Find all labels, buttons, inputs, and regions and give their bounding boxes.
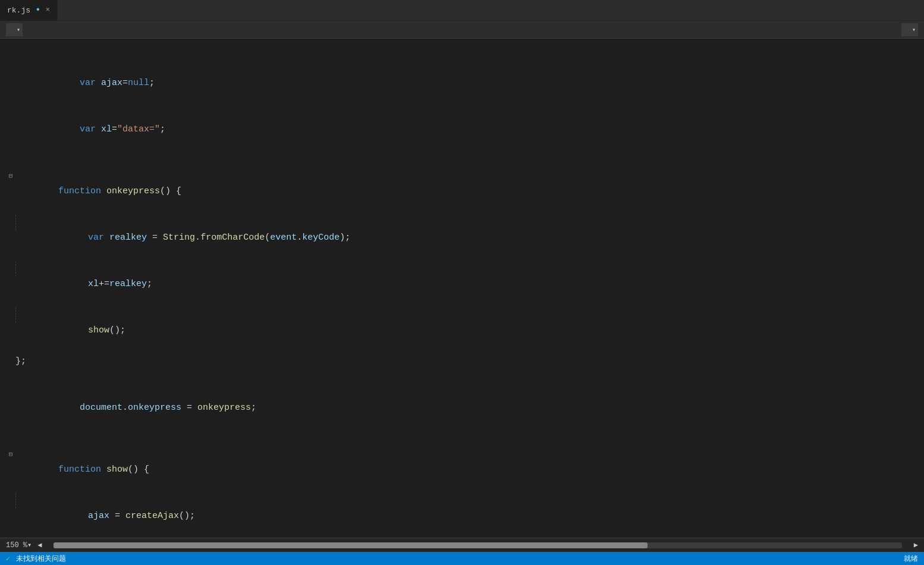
fold-icon bbox=[6, 354, 15, 369]
breadcrumb-right-select[interactable] bbox=[901, 23, 918, 36]
code-line bbox=[0, 45, 924, 60]
code-line: document.onkeypress = onkeypress; bbox=[0, 385, 924, 431]
fold-icon bbox=[6, 215, 15, 230]
fold-icon bbox=[6, 369, 15, 385]
breadcrumb-bar bbox=[0, 21, 924, 39]
scroll-left-button[interactable]: ◀ bbox=[37, 541, 42, 550]
code-line: ⊟ function show() { bbox=[0, 447, 924, 493]
breadcrumb-left-select[interactable] bbox=[6, 23, 23, 36]
status-right: 就绪 bbox=[904, 554, 918, 564]
check-icon: ✓ bbox=[6, 554, 10, 563]
tab-bar: rk.js • × bbox=[0, 0, 924, 21]
code-line: xl+=realkey; bbox=[0, 261, 924, 307]
fold-icon bbox=[6, 106, 15, 122]
fold-icon bbox=[6, 153, 15, 168]
editor-container: var ajax=null; var xl="datax="; ⊟ functi… bbox=[0, 39, 924, 538]
code-line bbox=[0, 369, 924, 385]
status-left: ✓ 未找到相关问题 bbox=[6, 554, 66, 564]
code-line: ⊟ function onkeypress() { bbox=[0, 168, 924, 215]
code-line bbox=[0, 431, 924, 447]
tab-dot: • bbox=[35, 5, 41, 15]
fold-icon bbox=[6, 431, 15, 447]
fold-icon bbox=[6, 45, 15, 60]
bottom-scrollbar-bar: 150 % ▾ ◀ ▶ bbox=[0, 538, 924, 552]
scroll-right-button[interactable]: ▶ bbox=[914, 541, 918, 550]
zoom-level[interactable]: 150 % bbox=[6, 541, 27, 550]
fold-collapse-icon[interactable]: ⊟ bbox=[6, 447, 15, 462]
horizontal-scrollbar[interactable] bbox=[54, 542, 901, 548]
fold-collapse-icon[interactable]: ⊟ bbox=[6, 168, 15, 184]
code-line bbox=[0, 153, 924, 168]
no-issues-label: 未找到相关问题 bbox=[16, 554, 66, 564]
fold-icon bbox=[6, 261, 15, 277]
code-line: var xl="datax="; bbox=[0, 106, 924, 153]
fold-icon bbox=[6, 307, 15, 323]
tab-filename: rk.js bbox=[7, 6, 30, 15]
zoom-down-icon[interactable]: ▾ bbox=[27, 541, 32, 550]
code-line: var ajax=null; bbox=[0, 60, 924, 106]
tab-close-button[interactable]: × bbox=[46, 6, 50, 14]
ready-label: 就绪 bbox=[904, 555, 918, 563]
code-line: }; bbox=[0, 354, 924, 369]
tab-rkjs[interactable]: rk.js • × bbox=[0, 0, 58, 21]
code-line: show(); bbox=[0, 307, 924, 354]
code-line: var realkey = String.fromCharCode(event.… bbox=[0, 215, 924, 261]
fold-icon bbox=[6, 60, 15, 76]
breadcrumb-right-dropdown[interactable] bbox=[901, 23, 918, 36]
scrollbar-thumb[interactable] bbox=[54, 542, 647, 548]
code-editor[interactable]: var ajax=null; var xl="datax="; ⊟ functi… bbox=[0, 39, 924, 538]
fold-icon bbox=[6, 385, 15, 400]
fold-icon bbox=[6, 493, 15, 508]
status-bar: ✓ 未找到相关问题 就绪 bbox=[0, 552, 924, 565]
breadcrumb-left-dropdown[interactable] bbox=[6, 23, 23, 36]
code-line: ajax = createAjax(); bbox=[0, 493, 924, 538]
